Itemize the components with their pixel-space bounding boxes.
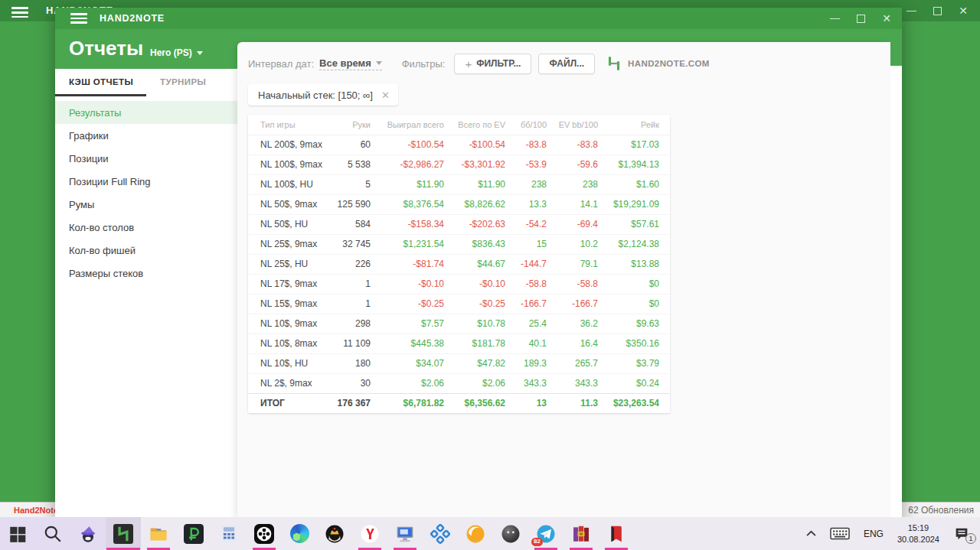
notification-badge: 1 [965,533,976,544]
table-cell: NL 15$, 9max [248,294,332,314]
table-cell: $19,291.09 [609,194,670,214]
unread-badge: 82 [531,538,543,546]
hand2note-taskbar-button[interactable] [106,517,141,550]
wizard-app-taskbar-button[interactable] [70,517,106,550]
hand2note-icon [113,524,133,544]
report-row[interactable]: NL 2$, 9max30$2.06$2.06343.3343.3$0.24 [248,373,670,393]
edge-browser-taskbar-button[interactable] [282,517,317,550]
maximize-button[interactable] [926,2,948,19]
language-indicator[interactable]: ENG [858,517,889,550]
king-app-taskbar-button[interactable] [317,517,352,550]
table-cell: 176 367 [332,393,381,413]
notification-center-icon[interactable]: 1 [948,517,975,550]
start-taskbar-button[interactable] [0,517,35,550]
running-indicator [358,548,381,550]
remote-desktop-taskbar-button[interactable] [387,517,423,550]
winrar-taskbar-button[interactable] [564,517,599,550]
telegram-taskbar-button[interactable]: 82 [528,517,564,550]
zona-app-taskbar-button[interactable] [458,517,493,550]
filter-chip[interactable]: Начальный стек: [150; ∞] [248,84,398,106]
hand2note-logo-icon [606,55,622,72]
search-taskbar-button[interactable] [35,517,70,550]
yandex-browser-icon [360,524,380,544]
content-panel: Интервал дат: Все время Фильтры: ФИЛЬТР.… [237,42,890,517]
menu-icon[interactable] [70,11,87,27]
red-book-app-taskbar-button[interactable] [599,517,634,550]
sidebar-item[interactable]: Кол-во столов [55,216,237,239]
tray-chevron-up-icon[interactable] [801,517,822,550]
account-name: Hero (PS) [150,47,192,58]
sidebar-item[interactable]: Позиции [55,147,237,170]
date-range-select[interactable]: Все время [319,57,382,70]
brand-text: HAND2NOTE.COM [628,59,710,68]
table-cell: $17.03 [609,135,670,155]
report-row[interactable]: NL 10$, HU180$34.07$47.82189.3265.7$3.79 [248,353,670,373]
toolbar: Интервал дат: Все время Фильтры: ФИЛЬТР.… [248,53,880,74]
table-cell: 15 [516,234,557,254]
file-button[interactable]: ФАЙЛ... [538,54,595,74]
table-cell: 36.2 [557,314,609,334]
minimize-button[interactable] [824,10,845,27]
window-titlebar: HAND2NOTE [55,8,902,29]
sidebar-tab[interactable]: ТУРНИРЫ [146,69,237,96]
report-row[interactable]: NL 15$, 9max1-$0.25-$0.25-166.7-166.7$0 [248,294,670,314]
zona-app-icon [466,524,485,544]
table-cell: -$0.10 [381,274,455,294]
dark-sphere-app-taskbar-button[interactable] [493,517,528,550]
total-row[interactable]: ИТОГ176 367$6,781.82$6,356.621311.3$23,2… [248,393,670,413]
table-cell: -53.9 [516,155,557,174]
close-icon[interactable] [381,89,390,101]
report-row[interactable]: NL 50$, HU584-$158.34-$202.63-54.2-69.4$… [248,214,670,234]
touch-keyboard-icon[interactable] [825,517,855,550]
table-cell: $47.82 [455,353,516,373]
table-cell: NL 2$, 9max [248,373,332,393]
scrollbar[interactable] [890,66,902,517]
sidebar-item[interactable]: Румы [55,193,237,216]
report-row[interactable]: NL 17$, 9max1-$0.10-$0.10-58.8-58.8$0 [248,274,670,294]
report-row[interactable]: NL 50$, 9max125 590$8,376.54$8,826.6213.… [248,194,670,214]
report-row[interactable]: NL 200$, 9max60-$100.54-$100.54-83.8-83.… [248,135,670,155]
sidebar-tabs: КЭШ ОТЧЕТЫТУРНИРЫ [55,69,237,96]
minimize-button[interactable] [900,2,922,19]
clock[interactable]: 15:19 30.08.2024 [892,517,945,550]
report-row[interactable]: NL 100$, 9max5 538-$2,986.27-$3,301.92-5… [248,155,670,174]
table-cell: -$2,986.27 [381,155,455,174]
table-cell: -166.7 [516,294,557,314]
taskbar: 82 ENG 15:19 30.08.2024 1 [0,517,980,550]
report-row[interactable]: NL 10$, 8max11 109$445.38$181.7840.116.4… [248,334,670,353]
p-app-taskbar-button[interactable] [176,517,211,550]
menu-icon[interactable] [11,5,28,21]
sidebar-tab[interactable]: КЭШ ОТЧЕТЫ [55,69,146,96]
account-selector[interactable]: Hero (PS) [150,47,203,58]
statusbar-updates-label[interactable]: 62 Обновления [908,505,974,516]
report-row[interactable]: NL 25$, HU226-$81.74$44.67-144.779.1$13.… [248,254,670,274]
sidebar-item[interactable]: Графики [55,124,237,147]
links-app-taskbar-button[interactable] [423,517,458,550]
report-row[interactable]: NL 25$, 9max32 745$1,231.54$836.431510.2… [248,234,670,254]
sidebar-item[interactable]: Позиции Full Ring [55,170,237,193]
file-explorer-taskbar-button[interactable] [141,517,176,550]
sidebar-item[interactable]: Кол-во фишей [55,239,237,262]
table-cell: NL 50$, 9max [248,194,332,214]
add-filter-button[interactable]: ФИЛЬТР... [454,54,531,74]
yandex-browser-taskbar-button[interactable] [352,517,387,550]
maximize-button[interactable] [850,10,871,27]
report-row[interactable]: NL 10$, 9max298$7.57$10.7825.436.2$9.63 [248,314,670,334]
close-button[interactable] [876,10,897,27]
sidebar-item[interactable]: Результаты [55,101,237,124]
calculator-taskbar-button[interactable] [211,517,247,550]
date-range-label: Интервал дат: [248,58,314,70]
table-cell: $57.61 [609,214,670,234]
sidebar-item[interactable]: Размеры стеков [55,262,237,285]
running-indicator [605,548,628,550]
table-cell: $1.60 [609,174,670,194]
table-cell: $8,376.54 [381,194,455,214]
close-button[interactable] [952,2,974,19]
table-cell: $350.16 [609,334,670,353]
running-indicator [534,548,557,550]
report-row[interactable]: NL 100$, HU5$11.90$11.90238238$1.60 [248,174,670,194]
table-cell: 238 [516,174,557,194]
film-reel-app-taskbar-button[interactable] [247,517,282,550]
table-cell: 11.3 [557,393,609,413]
table-cell: $10.78 [455,314,516,334]
